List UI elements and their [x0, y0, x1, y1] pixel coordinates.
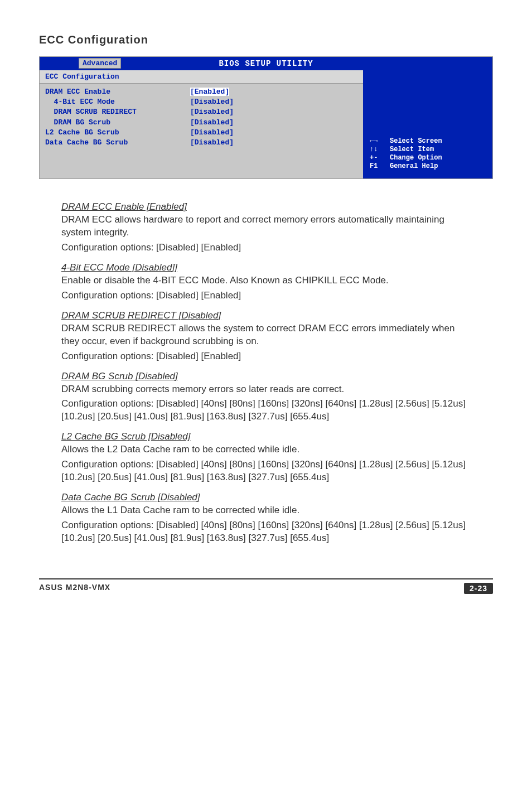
bios-option-label: 4-Bit ECC Mode — [45, 97, 190, 107]
bios-option-label: DRAM SCRUB REDIRECT — [45, 107, 190, 117]
bios-section-title: ECC Configuration — [40, 70, 363, 84]
item-paragraph: Allows the L2 Data Cache ram to be corre… — [61, 443, 471, 456]
bios-option-label: L2 Cache BG Scrub — [45, 128, 190, 138]
bios-help-row: ↑↓Select Item — [370, 146, 487, 153]
bios-help-key: ↑↓ — [370, 146, 390, 153]
item-heading: DRAM SCRUB REDIRECT [Disabled] — [61, 310, 471, 321]
item-heading: 4-Bit ECC Mode [Disabled]] — [61, 262, 471, 273]
content-sections: DRAM ECC Enable [Enabled]DRAM ECC allows… — [39, 201, 493, 545]
bios-option-value: [Disabled] — [190, 97, 234, 107]
bios-option-row: Data Cache BG Scrub[Disabled] — [45, 138, 357, 148]
bios-help-text: Change Option — [390, 154, 442, 162]
item-paragraph: Configuration options: [Disabled] [40ns]… — [61, 519, 471, 545]
item-heading: DRAM ECC Enable [Enabled] — [61, 201, 471, 212]
item-heading: Data Cache BG Scrub [Disabled] — [61, 492, 471, 503]
item-paragraph: DRAM ECC allows hardware to report and c… — [61, 214, 471, 239]
bios-help-key: F1 — [370, 162, 390, 170]
footer-page-number: 2-23 — [464, 583, 493, 594]
item-paragraph: Configuration options: [Disabled] [Enabl… — [61, 289, 471, 302]
bios-left-panel: ECC Configuration DRAM ECC Enable[Enable… — [40, 70, 364, 178]
bios-option-row: L2 Cache BG Scrub[Disabled] — [45, 128, 357, 138]
bios-option-value: [Enabled] — [190, 87, 229, 97]
bios-help-row: F1General Help — [370, 162, 487, 170]
bios-help-key: ←→ — [370, 137, 390, 145]
item-paragraph: Allows the L1 Data Cache ram to be corre… — [61, 504, 471, 517]
bios-option-value: [Disabled] — [190, 128, 234, 138]
bios-option-row: DRAM BG Scrub[Disabled] — [45, 118, 357, 128]
bios-help-key: +- — [370, 154, 390, 162]
footer-model: ASUS M2N8-VMX — [39, 583, 110, 594]
page-footer: ASUS M2N8-VMX 2-23 — [39, 578, 493, 594]
bios-option-row: 4-Bit ECC Mode[Disabled] — [45, 97, 357, 107]
page-heading: ECC Configuration — [39, 33, 493, 46]
bios-help-text: Select Item — [390, 146, 434, 153]
item-paragraph: Enable or disable the 4-BIT ECC Mode. Al… — [61, 274, 471, 287]
item-paragraph: DRAM SCRUB REDIRECT allows the system to… — [61, 322, 471, 348]
item-paragraph: Configuration options: [Disabled] [40ns]… — [61, 398, 471, 423]
bios-tab-advanced: Advanced — [79, 58, 121, 69]
bios-option-label: DRAM ECC Enable — [45, 87, 190, 97]
item-paragraph: Configuration options: [Disabled] [Enabl… — [61, 241, 471, 254]
bios-window: BIOS SETUP UTILITY Advanced ECC Configur… — [39, 56, 493, 179]
bios-options-list: DRAM ECC Enable[Enabled] 4-Bit ECC Mode[… — [40, 84, 363, 170]
item-paragraph: DRAM scrubbing corrects memory errors so… — [61, 383, 471, 396]
item-paragraph: Configuration options: [Disabled] [40ns]… — [61, 458, 471, 484]
bios-help-text: General Help — [390, 162, 438, 170]
item-paragraph: Configuration options: [Disabled] [Enabl… — [61, 350, 471, 363]
bios-option-label: Data Cache BG Scrub — [45, 138, 190, 148]
bios-help-text: Select Screen — [390, 137, 442, 145]
bios-option-label: DRAM BG Scrub — [45, 118, 190, 128]
bios-option-row: DRAM ECC Enable[Enabled] — [45, 87, 357, 97]
bios-help-row: +-Change Option — [370, 154, 487, 162]
item-heading: DRAM BG Scrub [Disabled] — [61, 371, 471, 382]
bios-option-row: DRAM SCRUB REDIRECT[Disabled] — [45, 107, 357, 117]
bios-option-value: [Disabled] — [190, 107, 234, 117]
bios-option-value: [Disabled] — [190, 118, 234, 128]
bios-help-panel: ←→Select Screen↑↓Select Item+-Change Opt… — [364, 70, 492, 178]
bios-help-row: ←→Select Screen — [370, 137, 487, 145]
bios-option-value: [Disabled] — [190, 138, 234, 148]
item-heading: L2 Cache BG Scrub [Disabled] — [61, 431, 471, 442]
